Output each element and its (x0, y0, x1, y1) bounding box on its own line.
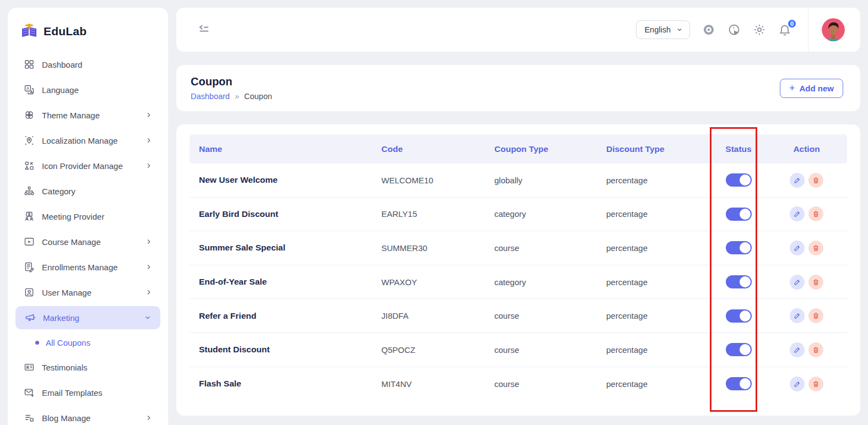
status-toggle[interactable] (726, 377, 752, 390)
status-toggle[interactable] (726, 343, 752, 356)
chevron-right-icon (145, 161, 154, 170)
discount-type: percentage (597, 277, 711, 287)
toggle-knob (740, 378, 751, 389)
delete-button[interactable] (808, 342, 823, 357)
topbar: English 0 (176, 8, 860, 52)
megaphone-icon (24, 312, 36, 324)
sidebar-item-label: Enrollments Manage (42, 263, 138, 272)
sidebar-item-category[interactable]: Category (14, 178, 161, 204)
delete-button[interactable] (808, 377, 823, 391)
sidebar-collapse-icon[interactable] (197, 23, 212, 37)
sidebar-item-enrollments-manage[interactable]: Enrollments Manage (14, 254, 161, 280)
sidebar-item-user-manage[interactable]: User Manage (14, 280, 161, 305)
coupon-name: Refer a Friend (190, 311, 372, 321)
coupon-code: MIT4NV (372, 379, 485, 389)
toggle-knob (740, 209, 751, 220)
delete-button[interactable] (808, 275, 823, 290)
user-avatar[interactable] (822, 18, 845, 41)
coupon-type: course (485, 311, 597, 320)
topbar-divider (808, 8, 808, 52)
sidebar-item-label: Language (42, 85, 154, 95)
notification-count-badge: 0 (787, 19, 797, 29)
dashboard-grid-icon (23, 59, 35, 70)
chevron-right-icon (145, 237, 154, 246)
sidebar-item-label: Localization Manage (42, 136, 138, 145)
visibility-eye-icon[interactable] (702, 23, 715, 36)
discount-type: percentage (597, 176, 711, 185)
edulab-logo-icon (20, 22, 39, 41)
discount-type: percentage (597, 209, 711, 219)
table-row: New User Welcome WELCOME10 globally perc… (190, 164, 847, 198)
sidebar-item-label: Course Manage (42, 237, 138, 247)
table-row: Flash Sale MIT4NV course percentage (190, 367, 847, 401)
column-header-code: Code (372, 144, 485, 154)
page-title: Coupon (191, 75, 272, 88)
chevron-down-icon (676, 26, 683, 33)
sidebar-item-label: Blog Manage (42, 413, 138, 423)
sidebar-item-course-manage[interactable]: Course Manage (14, 229, 161, 254)
translate-icon: A (23, 84, 35, 96)
edit-button[interactable] (790, 342, 805, 357)
sidebar-item-blog-manage[interactable]: Blog Manage (14, 405, 161, 425)
coupon-code: SUMMER30 (372, 243, 485, 253)
delete-button[interactable] (808, 173, 823, 188)
delete-button[interactable] (808, 206, 823, 221)
chevron-right-icon (145, 136, 154, 145)
status-toggle[interactable] (726, 208, 752, 221)
table-row: Summer Sale Special SUMMER30 course perc… (190, 231, 847, 265)
toggle-knob (740, 242, 751, 253)
meeting-icon (23, 211, 35, 222)
status-toggle[interactable] (726, 241, 752, 254)
column-header-action: Action (766, 144, 847, 154)
edit-button[interactable] (790, 206, 805, 221)
coupon-name: Student Discount (190, 345, 372, 355)
sidebar-item-meeting-provider[interactable]: Meeting Provider (14, 204, 161, 229)
notification-bell-icon[interactable]: 0 (778, 23, 791, 36)
user-icon (23, 287, 35, 298)
sidebar-item-testimonials[interactable]: Testimonials (14, 355, 161, 380)
chevron-down-icon (144, 313, 153, 322)
sidebar-item-language[interactable]: A Language (14, 77, 161, 102)
edit-button[interactable] (790, 173, 805, 188)
sidebar-item-email-templates[interactable]: Email Templates (14, 380, 161, 405)
dark-mode-moon-icon[interactable] (727, 23, 741, 36)
sidebar-item-dashboard[interactable]: Dashboard (14, 52, 161, 77)
delete-button[interactable] (808, 241, 823, 255)
sidebar: EduLab Dashboard A Language Theme Manage (8, 8, 168, 425)
sidebar-subitem-all-coupons[interactable]: All Coupons (14, 330, 161, 355)
breadcrumb-current: Coupon (244, 92, 272, 101)
shapes-icon (23, 160, 35, 172)
coupon-code: EARLY15 (372, 209, 485, 219)
discount-type: percentage (597, 379, 711, 389)
discount-type: percentage (597, 345, 711, 355)
sidebar-item-label: Icon Provider Manage (42, 161, 138, 171)
coupon-type: category (485, 277, 597, 287)
sidebar-item-marketing[interactable]: Marketing (15, 306, 160, 329)
coupon-type: course (485, 345, 597, 355)
gear-icon[interactable] (753, 23, 766, 36)
sidebar-item-localization-manage[interactable]: Localization Manage (14, 128, 161, 153)
delete-button[interactable] (808, 308, 823, 323)
column-header-name: Name (190, 144, 372, 154)
breadcrumb-dashboard-link[interactable]: Dashboard (191, 92, 230, 101)
sitemap-icon (23, 186, 35, 197)
sidebar-item-icon-provider-manage[interactable]: Icon Provider Manage (14, 153, 161, 178)
language-select[interactable]: English (636, 20, 690, 39)
edit-button[interactable] (790, 377, 805, 391)
add-new-button[interactable]: + Add new (780, 79, 843, 98)
status-toggle[interactable] (726, 275, 752, 288)
coupon-type: globally (485, 176, 597, 185)
sidebar-item-theme-manage[interactable]: Theme Manage (14, 102, 161, 128)
status-toggle[interactable] (726, 309, 752, 323)
chevron-right-icon (145, 111, 154, 119)
column-header-coupon-type: Coupon Type (485, 144, 597, 154)
discount-type: percentage (597, 243, 711, 253)
edit-button[interactable] (790, 241, 805, 255)
edit-button[interactable] (790, 308, 805, 323)
status-toggle[interactable] (726, 173, 752, 187)
edit-button[interactable] (790, 275, 805, 290)
coupon-name: End-of-Year Sale (190, 277, 372, 287)
page-header: Coupon Dashboard » Coupon + Add new (176, 65, 860, 111)
coupon-code: JI8DFA (372, 311, 485, 320)
coupon-name: Flash Sale (190, 379, 372, 389)
